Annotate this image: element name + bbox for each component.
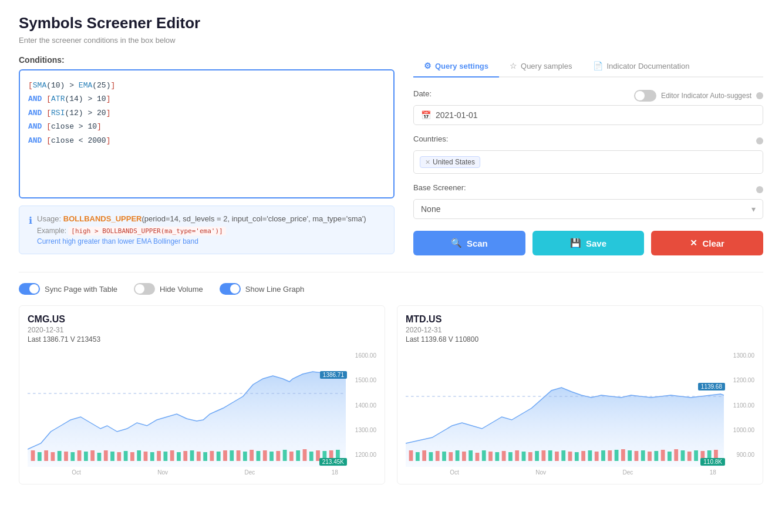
countries-input[interactable]: ✕ United States — [413, 150, 763, 174]
svg-rect-83 — [635, 451, 639, 461]
chart-mtd-symbol: MTD.US — [406, 314, 754, 325]
svg-rect-27 — [203, 452, 207, 461]
svg-rect-53 — [436, 451, 440, 461]
svg-rect-16 — [130, 452, 134, 461]
cmg-x-axis: Oct Nov Dec 18 — [28, 469, 376, 476]
code-line-1: [SMA(10) > EMA(25)] — [28, 79, 385, 92]
hint-description: Current high greater than lower EMA Boll… — [37, 237, 366, 245]
calendar-icon: 📅 — [421, 110, 431, 120]
svg-rect-20 — [157, 451, 161, 461]
svg-rect-64 — [508, 452, 513, 461]
chart-cmg-symbol: CMG.US — [28, 314, 376, 325]
svg-rect-69 — [541, 450, 545, 461]
chevron-down-icon: ▾ — [751, 204, 756, 214]
action-buttons: 🔍 Scan 💾 Save ✕ Clear — [413, 231, 763, 255]
svg-rect-11 — [97, 453, 102, 461]
show-line-graph-toggle[interactable] — [220, 283, 241, 295]
scan-button[interactable]: 🔍 Scan — [413, 231, 525, 255]
auto-suggest-status — [756, 92, 763, 99]
svg-rect-50 — [416, 452, 420, 461]
svg-rect-68 — [535, 451, 539, 461]
svg-rect-77 — [595, 452, 599, 461]
svg-rect-29 — [217, 452, 221, 461]
svg-rect-80 — [615, 450, 619, 461]
svg-rect-78 — [601, 450, 605, 461]
svg-rect-36 — [263, 450, 267, 461]
hint-example: Example: [high > BOLLBANDS_UPPER(ma_type… — [37, 227, 366, 235]
save-button[interactable]: 💾 Save — [532, 231, 645, 255]
svg-rect-52 — [429, 452, 433, 461]
svg-rect-89 — [674, 449, 678, 461]
svg-rect-56 — [456, 450, 460, 461]
svg-rect-66 — [522, 452, 526, 461]
page-title: Symbols Screener Editor — [19, 14, 763, 32]
svg-rect-87 — [661, 450, 665, 461]
svg-rect-72 — [561, 450, 565, 461]
hide-volume-toggle-item: Hide Volume — [134, 283, 203, 295]
svg-rect-85 — [648, 452, 652, 461]
code-editor[interactable]: [SMA(10) > EMA(25)] AND [ATR(14) > 10] A… — [19, 69, 395, 198]
svg-rect-75 — [581, 451, 585, 461]
svg-rect-8 — [77, 450, 82, 461]
svg-rect-73 — [568, 452, 572, 461]
hint-icon: ℹ — [29, 215, 32, 226]
svg-rect-15 — [124, 451, 128, 461]
sync-page-toggle-item: Sync Page with Table — [19, 283, 117, 295]
tab-query-samples[interactable]: ☆ Query samples — [499, 55, 582, 78]
hide-volume-toggle[interactable] — [134, 283, 155, 295]
tab-indicator-docs[interactable]: 📄 Indicator Documentation — [582, 55, 700, 78]
code-line-4: AND [close > 10] — [28, 120, 385, 133]
svg-rect-91 — [687, 452, 692, 461]
chart-cmg-svg — [28, 349, 346, 467]
hint-usage: Usage: BOLLBANDS_UPPER(period=14, sd_lev… — [37, 214, 366, 223]
sync-page-toggle[interactable] — [19, 283, 40, 295]
svg-rect-24 — [183, 451, 187, 461]
svg-rect-5 — [58, 451, 62, 461]
cmg-y-axis: 1600.00 1500.00 1400.00 1300.00 1200.00 — [346, 352, 376, 458]
page-subtitle: Enter the screener conditions in the box… — [19, 36, 763, 45]
svg-rect-10 — [90, 450, 95, 461]
tag-x[interactable]: ✕ — [425, 159, 430, 166]
countries-toggle-status — [756, 137, 763, 144]
chart-mtd-svg — [406, 349, 724, 467]
svg-rect-9 — [84, 452, 88, 461]
cmg-price-badge: 1386.71 — [320, 371, 347, 379]
mtd-x-axis: Oct Nov Dec 18 — [406, 469, 754, 476]
svg-rect-76 — [588, 450, 592, 461]
svg-rect-3 — [44, 450, 48, 461]
base-screener-value: None — [421, 204, 440, 214]
svg-rect-32 — [237, 450, 241, 461]
svg-rect-37 — [269, 452, 274, 461]
svg-rect-58 — [468, 450, 473, 461]
chart-cmg: CMG.US 2020-12-31 Last 1386.71 V 213453 — [19, 305, 385, 484]
clear-button[interactable]: ✕ Clear — [651, 231, 763, 255]
code-line-3: AND [RSI(12) > 20] — [28, 106, 385, 120]
svg-rect-59 — [476, 453, 480, 461]
auto-suggest-toggle[interactable] — [634, 90, 656, 102]
date-input[interactable]: 📅 2021-01-01 — [413, 105, 763, 125]
svg-rect-4 — [51, 452, 55, 461]
svg-rect-67 — [528, 452, 532, 461]
query-samples-icon: ☆ — [510, 61, 517, 70]
svg-rect-38 — [276, 451, 280, 461]
svg-rect-54 — [442, 452, 446, 461]
svg-rect-6 — [64, 452, 68, 461]
date-label: Date: — [413, 89, 432, 98]
hide-volume-label: Hide Volume — [160, 285, 203, 294]
tab-query-settings[interactable]: ⚙ Query settings — [413, 55, 499, 78]
base-screener-select[interactable]: None ▾ — [413, 199, 763, 219]
svg-rect-28 — [210, 451, 214, 461]
chart-cmg-date: 2020-12-31 — [28, 326, 376, 334]
chart-mtd-last: Last 1139.68 V 110800 — [406, 335, 754, 344]
svg-rect-84 — [641, 450, 645, 461]
svg-rect-17 — [137, 450, 141, 461]
svg-rect-25 — [190, 450, 194, 461]
show-line-graph-label: Show Line Graph — [245, 285, 304, 294]
chart-cmg-area: 1386.71 213.45K 1600.00 1500.00 1400.00 … — [28, 349, 376, 467]
svg-rect-81 — [621, 449, 625, 461]
conditions-label: Conditions: — [19, 55, 395, 65]
svg-rect-14 — [117, 452, 121, 461]
svg-rect-34 — [250, 450, 254, 461]
svg-rect-2 — [38, 452, 42, 461]
svg-rect-35 — [257, 451, 261, 461]
